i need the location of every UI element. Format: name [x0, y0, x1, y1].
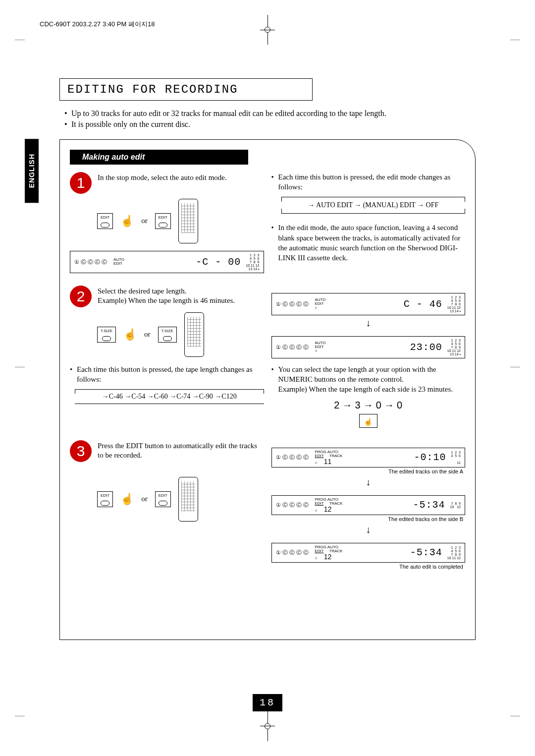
- intro-bullet-list: Up to 30 tracks for auto edit or 32 trac…: [64, 108, 476, 130]
- step-1-diagram: EDIT ☝ or EDIT: [97, 199, 264, 243]
- section-title: EDITING FOR RECORDING: [59, 78, 313, 101]
- remote-tsize-button: T.SIZE: [158, 327, 177, 343]
- lcd-track-numbers: 1 2 3 4 5 6 7 8 9 10 11 12 13 14 •: [246, 253, 259, 271]
- panel-edit-button: EDIT: [97, 213, 113, 229]
- remote-edit-button: EDIT: [155, 491, 171, 507]
- crop-mark-bottom: [260, 711, 275, 741]
- step-3-text: Press the EDIT button to automatically e…: [98, 440, 264, 461]
- down-arrow-icon: ↓: [271, 524, 466, 535]
- or-label: or: [141, 495, 148, 503]
- step-number-1: 1: [70, 172, 92, 194]
- step-3-diagram: EDIT ☝ or EDIT: [97, 477, 264, 522]
- intro-bullet: It is possible only on the current disc.: [64, 119, 476, 130]
- down-arrow-icon: ↓: [271, 476, 466, 488]
- step-2-numeric-note: You can select the tape length at your o…: [271, 364, 466, 395]
- crop-tick: [510, 716, 520, 716]
- step-2-text: Select the desired tape length. Example)…: [98, 286, 235, 306]
- step-number-2: 2: [70, 286, 92, 307]
- remote-edit-button: EDIT: [155, 213, 171, 229]
- step-3-row: 3 Press the EDIT button to automatically…: [70, 440, 465, 570]
- numeric-entry-sequence: 2 → 3 → 0 → 0: [271, 400, 466, 411]
- down-arrow-icon: ↓: [271, 317, 466, 329]
- lcd-display-side-b: ①ⒸⒸⒸⒸ PROG AUTOEDIT TRACK⌂ 12 -5:34 7 8 …: [271, 495, 466, 515]
- tape-length-cycle: →C-46 →C-54 →C-60 →C-74 →C-90 →C120: [75, 389, 264, 404]
- mode-cycle-diagram: → AUTO EDIT → (MANUAL) EDIT → OFF: [281, 197, 466, 214]
- crop-mark-top: [260, 15, 275, 45]
- panel-tsize-button: T.SIZE: [97, 327, 116, 343]
- lcd-main-readout: -C - 00: [196, 256, 241, 268]
- hand-press-icon: ☝: [120, 493, 134, 506]
- language-tab: ENGLISH: [25, 139, 39, 203]
- step-1-text: In the stop mode, select the auto edit m…: [98, 172, 227, 183]
- step-number-3: 3: [70, 440, 92, 462]
- hand-press-icon: ☝: [120, 215, 134, 228]
- step-2-row: 2 Select the desired tape length. Exampl…: [70, 286, 465, 428]
- caption-side-b: The edited tracks on the side B: [271, 516, 466, 522]
- lcd-display-side-a: ①ⒸⒸⒸⒸ PROG AUTOEDIT TRACK⌂ 11 -0:10 1 2 …: [271, 448, 466, 467]
- or-label: or: [144, 330, 151, 339]
- lcd-display-step1: ①ⒸⒸⒸⒸ AUTOEDIT -C - 00 1 2 3 4 5 6 7 8 9…: [70, 251, 264, 273]
- crop-tick: [15, 367, 25, 367]
- hand-press-icon: ☝: [123, 328, 137, 341]
- lcd-display-c46: ①ⒸⒸⒸⒸ AUTOEDIT⌂ C - 46 1 2 3 4 5 6 7 8 9…: [271, 293, 466, 315]
- caption-complete: The auto edit is completed: [271, 564, 466, 570]
- crop-tick: [510, 367, 520, 367]
- remote-control-icon: [184, 312, 204, 357]
- step-1-note-2: In the edit mode, the auto space functio…: [271, 223, 466, 263]
- step-1-note-1: Each time this button is pressed, the ed…: [271, 172, 466, 192]
- lcd-display-2300: ①ⒸⒸⒸⒸ AUTOEDIT⌂ 23:00 1 2 3 4 5 6 7 8 9 …: [271, 336, 466, 358]
- step-1-row: 1 In the stop mode, select the auto edit…: [70, 172, 465, 273]
- caption-side-a: The edited tracks on the side A: [271, 468, 466, 474]
- or-label: or: [141, 217, 148, 225]
- intro-bullet: Up to 30 tracks for auto edit or 32 trac…: [64, 108, 476, 119]
- remote-control-icon: [178, 199, 198, 243]
- subsection-header: Making auto edit: [70, 150, 248, 165]
- crop-tick: [15, 716, 25, 716]
- page-number: 18: [253, 694, 282, 711]
- crop-tick: [510, 40, 520, 40]
- step-2-tape-note: Each time this button is pressed, the ta…: [70, 364, 264, 385]
- crop-tick: [15, 40, 25, 40]
- panel-edit-button: EDIT: [97, 491, 113, 507]
- remote-control-icon: [178, 477, 198, 522]
- hand-press-numeric: ☝: [271, 414, 466, 428]
- lcd-disc-indicators: ①ⒸⒸⒸⒸ: [74, 258, 108, 266]
- procedure-box: Making auto edit 1 In the stop mode, sel…: [59, 139, 476, 640]
- lcd-display-complete: ①ⒸⒸⒸⒸ PROG AUTOEDIT TRACK⌂ 12 -5:34 1 2 …: [271, 543, 466, 563]
- step-2-diagram: T.SIZE ☝ or T.SIZE: [97, 312, 264, 357]
